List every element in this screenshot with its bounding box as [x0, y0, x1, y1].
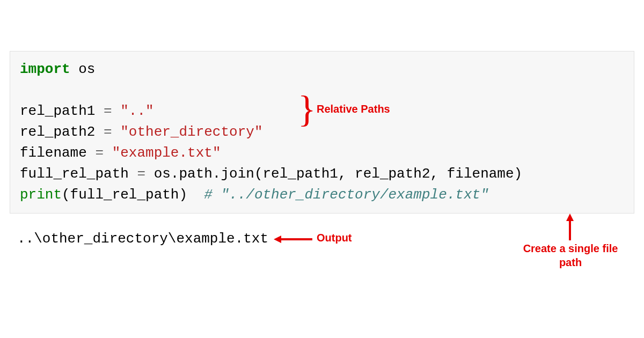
- annotation-relative-paths: Relative Paths: [317, 103, 390, 115]
- string-otherdir: "other_directory": [112, 124, 263, 140]
- string-dotdot: "..": [112, 103, 154, 119]
- expr-join: os.path.join(rel_path1, rel_path2, filen…: [145, 166, 522, 182]
- code-line-1: import os: [20, 59, 624, 80]
- equals-op: =: [104, 124, 112, 140]
- code-line-7: print(full_rel_path) # "../other_directo…: [20, 185, 624, 205]
- annotation-single-file-path: Create a single file path: [511, 241, 630, 269]
- comment: # "../other_directory/example.txt": [204, 187, 489, 203]
- keyword-import: import: [20, 61, 70, 77]
- equals-op: =: [95, 145, 104, 161]
- equals-op: =: [137, 166, 145, 182]
- var-relpath2: rel_path2: [20, 124, 104, 140]
- var-fullrelpath: full_rel_path: [20, 166, 137, 182]
- arrow-up-icon: [566, 214, 574, 240]
- equals-op: =: [104, 103, 112, 119]
- code-line-5: filename = "example.txt": [20, 143, 624, 164]
- output-text: ..\other_directory\example.txt: [17, 231, 268, 247]
- annotation-output: Output: [317, 232, 352, 244]
- code-block: import os rel_path1 = ".." rel_path2 = "…: [10, 51, 634, 214]
- module-os: os: [70, 61, 96, 77]
- func-print: print: [20, 187, 62, 203]
- curly-brace-icon: }: [298, 89, 314, 130]
- string-example: "example.txt": [104, 145, 221, 161]
- print-arg: (full_rel_path): [62, 187, 204, 203]
- code-line-6: full_rel_path = os.path.join(rel_path1, …: [20, 164, 624, 185]
- var-relpath1: rel_path1: [20, 103, 104, 119]
- code-line-blank: [20, 80, 624, 101]
- arrow-left-icon: [274, 236, 312, 243]
- var-filename: filename: [20, 145, 95, 161]
- code-line-4: rel_path2 = "other_directory": [20, 122, 624, 143]
